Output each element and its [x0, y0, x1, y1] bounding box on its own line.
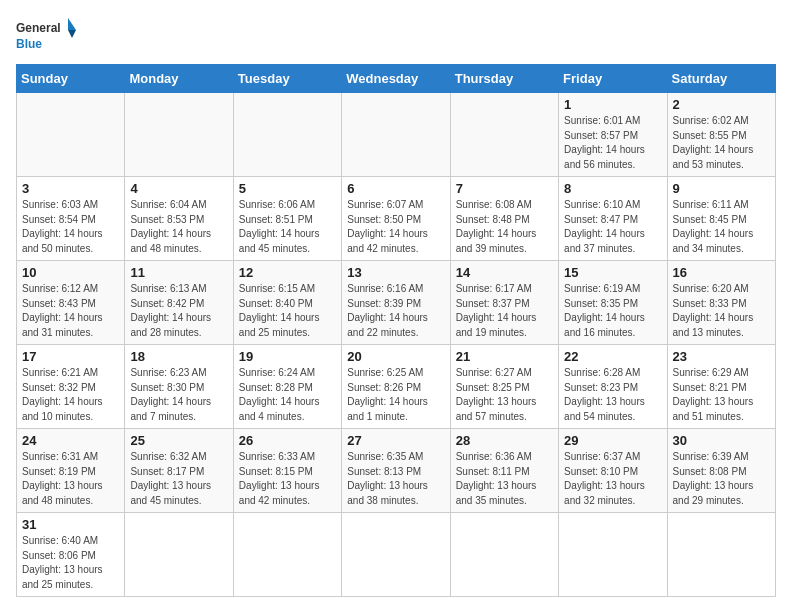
day-info: Sunrise: 6:24 AM Sunset: 8:28 PM Dayligh… — [239, 366, 336, 424]
day-number: 9 — [673, 181, 770, 196]
week-row-2: 10Sunrise: 6:12 AM Sunset: 8:43 PM Dayli… — [17, 261, 776, 345]
day-info: Sunrise: 6:03 AM Sunset: 8:54 PM Dayligh… — [22, 198, 119, 256]
day-info: Sunrise: 6:39 AM Sunset: 8:08 PM Dayligh… — [673, 450, 770, 508]
calendar-cell: 7Sunrise: 6:08 AM Sunset: 8:48 PM Daylig… — [450, 177, 558, 261]
day-info: Sunrise: 6:27 AM Sunset: 8:25 PM Dayligh… — [456, 366, 553, 424]
calendar-cell: 9Sunrise: 6:11 AM Sunset: 8:45 PM Daylig… — [667, 177, 775, 261]
calendar-cell — [342, 513, 450, 597]
day-number: 6 — [347, 181, 444, 196]
calendar-cell: 20Sunrise: 6:25 AM Sunset: 8:26 PM Dayli… — [342, 345, 450, 429]
day-number: 20 — [347, 349, 444, 364]
week-row-0: 1Sunrise: 6:01 AM Sunset: 8:57 PM Daylig… — [17, 93, 776, 177]
day-number: 21 — [456, 349, 553, 364]
day-number: 22 — [564, 349, 661, 364]
day-number: 18 — [130, 349, 227, 364]
calendar-cell — [233, 93, 341, 177]
svg-marker-3 — [68, 30, 76, 38]
weekday-header-row: SundayMondayTuesdayWednesdayThursdayFrid… — [17, 65, 776, 93]
weekday-header-thursday: Thursday — [450, 65, 558, 93]
day-info: Sunrise: 6:21 AM Sunset: 8:32 PM Dayligh… — [22, 366, 119, 424]
calendar-cell: 30Sunrise: 6:39 AM Sunset: 8:08 PM Dayli… — [667, 429, 775, 513]
calendar-cell: 8Sunrise: 6:10 AM Sunset: 8:47 PM Daylig… — [559, 177, 667, 261]
calendar-cell: 6Sunrise: 6:07 AM Sunset: 8:50 PM Daylig… — [342, 177, 450, 261]
day-info: Sunrise: 6:12 AM Sunset: 8:43 PM Dayligh… — [22, 282, 119, 340]
day-number: 10 — [22, 265, 119, 280]
day-number: 11 — [130, 265, 227, 280]
calendar-cell — [450, 513, 558, 597]
weekday-header-saturday: Saturday — [667, 65, 775, 93]
calendar-cell: 21Sunrise: 6:27 AM Sunset: 8:25 PM Dayli… — [450, 345, 558, 429]
calendar-cell: 23Sunrise: 6:29 AM Sunset: 8:21 PM Dayli… — [667, 345, 775, 429]
day-info: Sunrise: 6:17 AM Sunset: 8:37 PM Dayligh… — [456, 282, 553, 340]
generalblue-logo: General Blue — [16, 16, 76, 56]
day-number: 13 — [347, 265, 444, 280]
day-info: Sunrise: 6:04 AM Sunset: 8:53 PM Dayligh… — [130, 198, 227, 256]
calendar-cell: 1Sunrise: 6:01 AM Sunset: 8:57 PM Daylig… — [559, 93, 667, 177]
day-info: Sunrise: 6:36 AM Sunset: 8:11 PM Dayligh… — [456, 450, 553, 508]
weekday-header-sunday: Sunday — [17, 65, 125, 93]
day-info: Sunrise: 6:16 AM Sunset: 8:39 PM Dayligh… — [347, 282, 444, 340]
day-number: 17 — [22, 349, 119, 364]
day-info: Sunrise: 6:32 AM Sunset: 8:17 PM Dayligh… — [130, 450, 227, 508]
day-info: Sunrise: 6:13 AM Sunset: 8:42 PM Dayligh… — [130, 282, 227, 340]
day-info: Sunrise: 6:37 AM Sunset: 8:10 PM Dayligh… — [564, 450, 661, 508]
day-number: 12 — [239, 265, 336, 280]
day-info: Sunrise: 6:29 AM Sunset: 8:21 PM Dayligh… — [673, 366, 770, 424]
day-info: Sunrise: 6:23 AM Sunset: 8:30 PM Dayligh… — [130, 366, 227, 424]
calendar-cell — [559, 513, 667, 597]
day-number: 29 — [564, 433, 661, 448]
day-number: 31 — [22, 517, 119, 532]
calendar-cell: 28Sunrise: 6:36 AM Sunset: 8:11 PM Dayli… — [450, 429, 558, 513]
day-number: 25 — [130, 433, 227, 448]
weekday-header-wednesday: Wednesday — [342, 65, 450, 93]
day-number: 24 — [22, 433, 119, 448]
day-info: Sunrise: 6:01 AM Sunset: 8:57 PM Dayligh… — [564, 114, 661, 172]
calendar-cell: 17Sunrise: 6:21 AM Sunset: 8:32 PM Dayli… — [17, 345, 125, 429]
calendar-cell: 18Sunrise: 6:23 AM Sunset: 8:30 PM Dayli… — [125, 345, 233, 429]
day-info: Sunrise: 6:20 AM Sunset: 8:33 PM Dayligh… — [673, 282, 770, 340]
calendar-cell: 24Sunrise: 6:31 AM Sunset: 8:19 PM Dayli… — [17, 429, 125, 513]
day-number: 7 — [456, 181, 553, 196]
day-info: Sunrise: 6:25 AM Sunset: 8:26 PM Dayligh… — [347, 366, 444, 424]
day-info: Sunrise: 6:07 AM Sunset: 8:50 PM Dayligh… — [347, 198, 444, 256]
calendar-cell: 4Sunrise: 6:04 AM Sunset: 8:53 PM Daylig… — [125, 177, 233, 261]
calendar-cell: 11Sunrise: 6:13 AM Sunset: 8:42 PM Dayli… — [125, 261, 233, 345]
day-number: 14 — [456, 265, 553, 280]
calendar-cell — [125, 513, 233, 597]
day-number: 30 — [673, 433, 770, 448]
calendar-cell: 15Sunrise: 6:19 AM Sunset: 8:35 PM Dayli… — [559, 261, 667, 345]
day-info: Sunrise: 6:19 AM Sunset: 8:35 PM Dayligh… — [564, 282, 661, 340]
calendar-cell — [342, 93, 450, 177]
day-number: 15 — [564, 265, 661, 280]
page-header: General Blue — [16, 16, 776, 56]
calendar-cell: 27Sunrise: 6:35 AM Sunset: 8:13 PM Dayli… — [342, 429, 450, 513]
day-info: Sunrise: 6:35 AM Sunset: 8:13 PM Dayligh… — [347, 450, 444, 508]
day-number: 16 — [673, 265, 770, 280]
weekday-header-monday: Monday — [125, 65, 233, 93]
day-number: 28 — [456, 433, 553, 448]
weekday-header-friday: Friday — [559, 65, 667, 93]
day-info: Sunrise: 6:40 AM Sunset: 8:06 PM Dayligh… — [22, 534, 119, 592]
day-number: 27 — [347, 433, 444, 448]
day-info: Sunrise: 6:15 AM Sunset: 8:40 PM Dayligh… — [239, 282, 336, 340]
calendar-cell: 12Sunrise: 6:15 AM Sunset: 8:40 PM Dayli… — [233, 261, 341, 345]
calendar-cell: 2Sunrise: 6:02 AM Sunset: 8:55 PM Daylig… — [667, 93, 775, 177]
week-row-5: 31Sunrise: 6:40 AM Sunset: 8:06 PM Dayli… — [17, 513, 776, 597]
svg-text:General: General — [16, 21, 61, 35]
day-info: Sunrise: 6:10 AM Sunset: 8:47 PM Dayligh… — [564, 198, 661, 256]
calendar-cell: 25Sunrise: 6:32 AM Sunset: 8:17 PM Dayli… — [125, 429, 233, 513]
calendar-cell: 10Sunrise: 6:12 AM Sunset: 8:43 PM Dayli… — [17, 261, 125, 345]
calendar-cell: 13Sunrise: 6:16 AM Sunset: 8:39 PM Dayli… — [342, 261, 450, 345]
day-number: 19 — [239, 349, 336, 364]
calendar-cell — [233, 513, 341, 597]
day-info: Sunrise: 6:06 AM Sunset: 8:51 PM Dayligh… — [239, 198, 336, 256]
calendar-cell — [667, 513, 775, 597]
calendar-cell: 3Sunrise: 6:03 AM Sunset: 8:54 PM Daylig… — [17, 177, 125, 261]
day-info: Sunrise: 6:08 AM Sunset: 8:48 PM Dayligh… — [456, 198, 553, 256]
svg-marker-2 — [68, 18, 76, 30]
calendar-cell: 22Sunrise: 6:28 AM Sunset: 8:23 PM Dayli… — [559, 345, 667, 429]
calendar-cell — [17, 93, 125, 177]
logo: General Blue — [16, 16, 76, 56]
day-info: Sunrise: 6:31 AM Sunset: 8:19 PM Dayligh… — [22, 450, 119, 508]
calendar-cell: 19Sunrise: 6:24 AM Sunset: 8:28 PM Dayli… — [233, 345, 341, 429]
